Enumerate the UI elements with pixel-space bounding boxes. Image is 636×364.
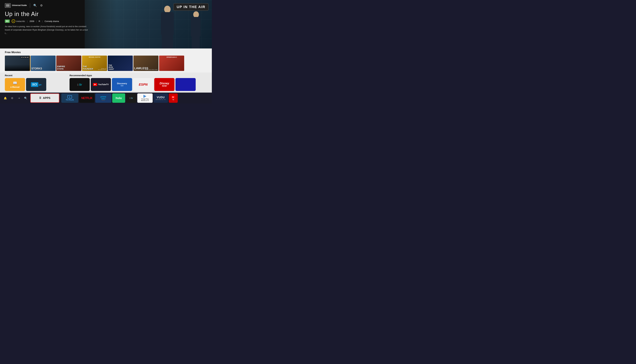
header-bar: Universal Guide 🔍 ⚙ <box>5 3 89 8</box>
app-extra[interactable] <box>175 78 196 91</box>
movie-rating: R <box>39 20 40 22</box>
yt-label-partial: Yo <box>172 99 174 100</box>
apps-icon: ⠿ <box>39 96 41 100</box>
disney-content: Disney NOW <box>160 82 169 87</box>
prime-content: prime video ──── <box>100 96 106 101</box>
discovery-content: Discovery GO <box>117 82 127 87</box>
sci-go: go <box>39 83 42 86</box>
movie-card-lawless[interactable]: LAWLESS BASED ON A TRUE STORY <box>133 56 158 71</box>
youtubetv-content: YouTubeTV <box>93 83 109 86</box>
netflix-label: NETFLIX <box>81 96 92 100</box>
universal-guide-logo[interactable]: Universal Guide <box>5 3 27 8</box>
meta-sep3: | <box>42 20 43 22</box>
metacritic-logo: M metacritic <box>12 20 25 23</box>
tv-icon: ▶ <box>68 95 72 98</box>
source-icon[interactable]: ⇥ <box>16 95 22 101</box>
card-gradient <box>5 64 30 71</box>
stream-googleplay[interactable]: Google PlayMovies & TV <box>137 94 153 103</box>
recent-panel: Recent 📖 e-Manual SCI go <box>5 74 70 91</box>
appletv-content:  tv <box>78 83 82 86</box>
founder-top: MICHAEL KEATON <box>83 56 106 58</box>
movie-card-spiderman3[interactable]: SPIDER-MAN 3 <box>159 56 184 71</box>
yt-icon-sm <box>171 96 175 98</box>
vudu-content: VUDU MOVIES & TV <box>156 96 166 100</box>
recent-apps-row: 📖 e-Manual SCI go <box>5 78 70 91</box>
vudu-sub: MOVIES & TV <box>156 99 166 100</box>
free-movies-title: Free Movies <box>5 51 207 54</box>
movie-description: An idea from a young, new co-worker (Ann… <box>5 25 89 35</box>
stream-hulu[interactable]: hulu <box>112 94 125 103</box>
taskbar-search-icon[interactable]: 🔍 <box>23 95 29 101</box>
discovery-go: GO <box>121 85 123 87</box>
app-espn[interactable]: ESPN <box>133 78 153 91</box>
storks-label: STORKS <box>31 67 42 70</box>
bottom-section: Recent 📖 e-Manual SCI go <box>0 72 212 92</box>
hero-figure-man <box>158 6 176 48</box>
stream-appletv[interactable]:  tv <box>126 94 136 103</box>
scigo-content: SCI go <box>31 82 42 87</box>
sci-box: SCI <box>31 82 38 87</box>
lawless-sub: BASED ON A TRUE STORY <box>145 69 158 70</box>
movie-title: Up in the Air <box>5 11 89 18</box>
movie-card-storks[interactable]: STORKS <box>31 56 56 71</box>
prime-arrow: ──── <box>102 100 105 101</box>
app-youtubetv[interactable]: YouTubeTV <box>91 78 111 91</box>
search-button[interactable]: 🔍 <box>33 4 37 7</box>
yt-tri-sm <box>173 96 174 98</box>
first-card-badge: UP IN THE AIR <box>20 56 29 58</box>
movie-card-empire-state[interactable]: EMPIRESTATE <box>56 56 81 71</box>
stream-prime[interactable]: prime video ──── <box>95 94 111 103</box>
gp-label: Google PlayMovies & TV <box>141 98 149 101</box>
googleplay-content: Google PlayMovies & TV <box>141 95 149 101</box>
tvplus-label: TV+PLUS <box>66 99 74 101</box>
empire-state-label: EMPIRESTATE <box>57 65 65 70</box>
app-disney[interactable]: Disney NOW <box>154 78 174 91</box>
stream-vudu[interactable]: VUDU MOVIES & TV <box>153 94 168 103</box>
app-scigo[interactable]: SCI go <box>26 78 46 91</box>
disney-label: Disney <box>160 82 169 85</box>
movie-card-up-in-the-air[interactable]: UP IN THE AIR <box>5 56 30 71</box>
recommended-label: Recommended Apps <box>70 74 207 77</box>
meta-row: 83 M metacritic | 2009 | R | Comedy dram… <box>5 20 89 23</box>
movies-row: UP IN THE AIR STORKS EMPIRESTATE MICHAEL… <box>5 56 207 71</box>
free-movies-section: Free Movies UP IN THE AIR STORKS EMPIRES… <box>0 48 212 72</box>
youtube-content: Yo <box>171 96 175 100</box>
stream-netflix[interactable]: NETFLIX <box>79 94 94 103</box>
founder-sub: BASED ONTHE TRUE STORY <box>98 68 106 70</box>
recommended-panel: Recommended Apps  tv YouTubeTV <box>70 74 207 91</box>
prime-label: prime <box>100 96 106 98</box>
founder-label: TheFOUNDER <box>83 65 93 70</box>
movie-genre: Comedy drama <box>45 20 59 22</box>
emanual-content: 📖 e-Manual <box>10 81 20 88</box>
streaming-bar: ▶ TV+PLUS NETFLIX prime video ──── hulu … <box>61 94 209 103</box>
hulu-label: hulu <box>116 96 122 100</box>
hero-figure-woman <box>189 11 202 48</box>
settings-button[interactable]: ⚙ <box>40 4 43 7</box>
recent-label: Recent <box>5 74 70 77</box>
app-appletv[interactable]:  tv <box>70 78 90 91</box>
taskbar-settings-icon[interactable]: ⚙ <box>9 95 15 101</box>
hero-section: UP IN THE AIR Universal Guide 🔍 ⚙ Up in … <box>0 0 212 48</box>
notification-icon[interactable]: 🔔 <box>3 95 8 101</box>
prime-sub: video <box>101 98 105 100</box>
stream-youtube[interactable]: Yo <box>169 94 178 103</box>
tvplus-content: ▶ TV+PLUS <box>66 95 74 101</box>
score-badge: 83 <box>5 20 10 23</box>
discovery-label: Discovery <box>117 82 127 85</box>
apps-button[interactable]: ⠿ APPS <box>30 94 59 103</box>
recommended-apps-row:  tv YouTubeTV Discovery <box>70 78 207 91</box>
stream-tvplus[interactable]: ▶ TV+PLUS <box>61 94 78 103</box>
apps-label: APPS <box>43 96 50 100</box>
guide-label: Universal Guide <box>12 4 27 7</box>
taskbar: 🔔 ⚙ ⇥ 🔍 ⠿ APPS ▶ TV+PLUS NETFLIX prime <box>0 92 212 104</box>
title-badge: UP IN THE AIR <box>173 3 209 11</box>
yt-play-btn <box>93 83 97 86</box>
disney-now: NOW <box>162 85 167 87</box>
meta-sep2: | <box>36 20 37 22</box>
movie-year: 2009 <box>30 20 34 22</box>
app-emanual[interactable]: 📖 e-Manual <box>5 78 25 91</box>
movie-card-iron-giant[interactable]: theIRONgiant <box>108 56 133 71</box>
movie-card-founder[interactable]: MICHAEL KEATON TheFOUNDER BASED ONTHE TR… <box>82 56 107 71</box>
gp-triangle <box>143 95 146 98</box>
app-discovery[interactable]: Discovery GO <box>112 78 132 91</box>
